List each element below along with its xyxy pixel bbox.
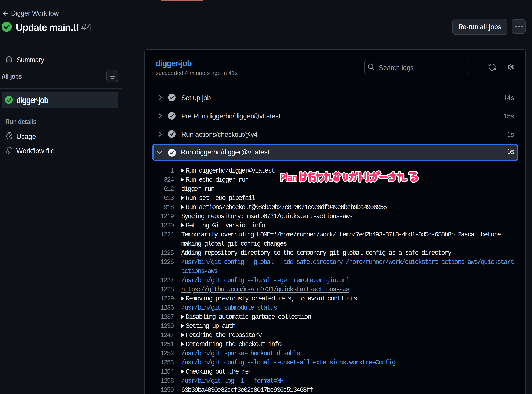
svg-text:Plan: Plan bbox=[281, 171, 297, 183]
